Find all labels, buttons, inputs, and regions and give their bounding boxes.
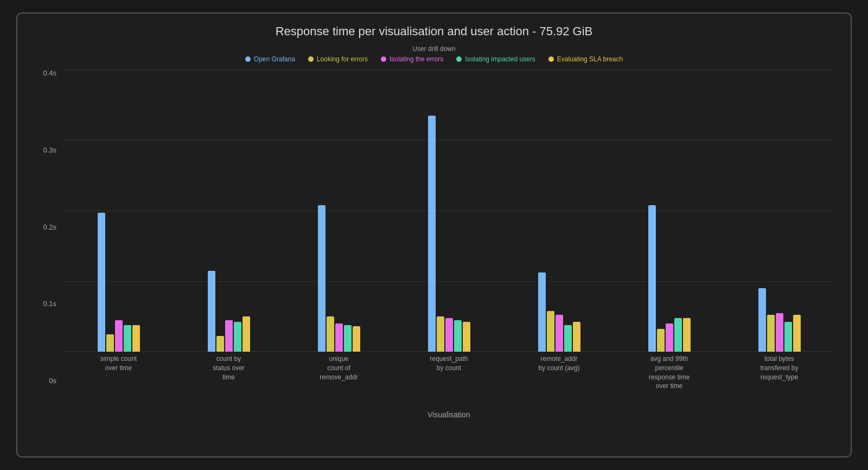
- bar: [564, 325, 572, 352]
- bar: [242, 316, 250, 352]
- bar: [556, 315, 563, 352]
- y-axis-label: 0.2s: [34, 224, 61, 231]
- bar: [437, 316, 444, 352]
- x-axis-label: total bytes transfered by request_type: [724, 354, 834, 391]
- legend-area: User drill down Open GrafanaLooking for …: [34, 45, 834, 63]
- x-axis-title: Visualisation: [63, 410, 834, 419]
- bar: [208, 271, 215, 352]
- bar-group-wrapper: [63, 69, 174, 352]
- bar: [648, 205, 656, 352]
- legend-item: Evaluating SLA breach: [548, 55, 623, 63]
- bar-group: [758, 69, 801, 352]
- bar: [657, 329, 665, 352]
- grid-and-bars: [63, 69, 834, 352]
- bar: [538, 272, 546, 352]
- bar: [793, 315, 801, 352]
- bar-group: [428, 69, 470, 352]
- bar: [353, 326, 360, 352]
- bar: [454, 320, 462, 352]
- bar-group: [98, 69, 140, 352]
- y-axis-label: 0s: [34, 377, 61, 384]
- x-axis-label: request_path by count: [394, 354, 504, 391]
- bar: [124, 325, 131, 352]
- chart-title: Response time per visualisation and user…: [34, 24, 834, 39]
- bar-group: [208, 69, 250, 352]
- x-axis-label: count by status over time: [174, 354, 284, 391]
- bar: [344, 325, 352, 352]
- bar: [666, 323, 673, 352]
- bar-group: [648, 69, 691, 352]
- legend-item-label: Isolating impacted users: [465, 55, 535, 63]
- bar: [106, 334, 114, 352]
- bar: [98, 213, 105, 352]
- bar: [318, 205, 326, 352]
- bar: [445, 318, 453, 352]
- chart-container: Response time per visualisation and user…: [16, 12, 852, 458]
- x-axis-label: remote_addr by count (avg): [504, 354, 614, 391]
- legend-item: Open Grafana: [245, 55, 295, 63]
- legend-item: Looking for errors: [308, 55, 368, 63]
- bar: [784, 322, 792, 352]
- bar-group-wrapper: [284, 69, 394, 352]
- bar-group-wrapper: [614, 69, 724, 352]
- bar: [573, 322, 580, 352]
- legend-item: Isolating the errors: [381, 55, 443, 63]
- bar: [547, 311, 554, 352]
- bar: [234, 322, 241, 352]
- y-axis: 0.4s0.3s0.2s0.1s0s: [34, 69, 61, 384]
- legend-items: Open GrafanaLooking for errorsIsolating …: [245, 55, 623, 63]
- legend-item-label: Open Grafana: [254, 55, 295, 63]
- bars-row: [63, 69, 834, 352]
- legend-group-label: User drill down: [412, 45, 455, 53]
- legend-dot: [381, 56, 386, 62]
- bar-group-wrapper: [174, 69, 284, 352]
- y-axis-label: 0.1s: [34, 300, 61, 307]
- bar: [216, 336, 224, 352]
- x-axis-label: unique count of remove_addr: [284, 354, 394, 391]
- legend-item-label: Evaluating SLA breach: [557, 55, 623, 63]
- legend-item-label: Isolating the errors: [390, 55, 443, 63]
- x-axis-label: simple count over time: [63, 354, 174, 391]
- legend-dot: [548, 56, 554, 62]
- legend-item-label: Looking for errors: [317, 55, 368, 63]
- bar-group-wrapper: [724, 69, 834, 352]
- bar: [463, 322, 470, 352]
- y-axis-label: 0.3s: [34, 147, 61, 154]
- legend-item: Isolating impacted users: [456, 55, 535, 63]
- bar: [683, 318, 691, 352]
- bar: [327, 316, 334, 352]
- bar: [776, 313, 783, 352]
- bar: [428, 116, 436, 352]
- legend-dot: [456, 56, 462, 62]
- bar-group-wrapper: [394, 69, 504, 352]
- bar: [674, 318, 682, 352]
- x-labels: simple count over timecount by status ov…: [63, 354, 834, 391]
- bar: [758, 288, 766, 352]
- bar: [225, 320, 233, 352]
- bar: [115, 320, 123, 352]
- bar-group: [318, 69, 360, 352]
- chart-area: 0.4s0.3s0.2s0.1s0s simple count over tim…: [34, 69, 834, 384]
- bar: [132, 325, 140, 352]
- legend-dot: [245, 56, 251, 62]
- legend-dot: [308, 56, 314, 62]
- y-axis-label: 0.4s: [34, 69, 61, 77]
- bar-group-wrapper: [504, 69, 614, 352]
- bar: [335, 323, 343, 352]
- bar-group: [538, 69, 580, 352]
- x-axis-label: avg and 99th percentile response time ov…: [614, 354, 724, 391]
- bar: [767, 315, 775, 352]
